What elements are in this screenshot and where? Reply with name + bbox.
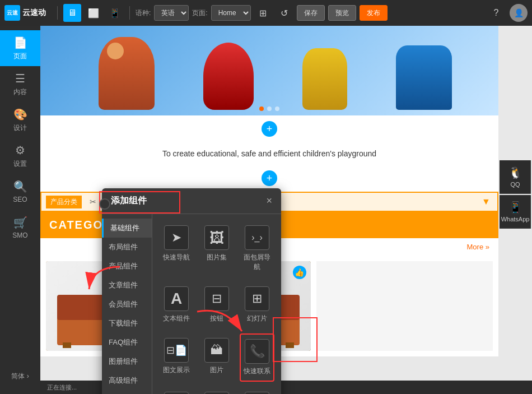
mobile-view-btn[interactable]: 📱: [106, 4, 124, 22]
product-placeholder: [316, 261, 493, 351]
panel-cat-layout[interactable]: 布局组件: [102, 238, 152, 257]
help-btn[interactable]: ?: [487, 4, 505, 22]
dot-1[interactable]: [259, 106, 264, 111]
image-icon: 🏔: [204, 338, 229, 363]
dot-3[interactable]: [275, 106, 279, 111]
panel-item-text[interactable]: A 文本组件: [159, 282, 194, 328]
quick-contact-label: 快速联系: [244, 367, 270, 376]
undo-btn[interactable]: ↺: [276, 4, 293, 22]
text-label: 文本组件: [163, 314, 190, 323]
sidebar-item-lang[interactable]: 简体 ›: [0, 358, 40, 394]
product-right: [316, 261, 493, 351]
qq-label: QQ: [510, 181, 520, 188]
panel-item-scroll-image[interactable]: 🏔 滚动图片: [240, 387, 274, 394]
grid-icon[interactable]: ⊞: [254, 4, 272, 22]
qq-icon: 🐧: [508, 166, 522, 179]
logo-icon: 云速: [4, 5, 20, 21]
qq-float-btn[interactable]: 🐧 QQ: [500, 160, 531, 194]
panel-item-breadcrumb[interactable]: ›_› 面包屑导航: [240, 221, 274, 276]
desktop-view-btn[interactable]: 🖥: [63, 4, 81, 22]
quick-nav-icon: ➤: [164, 225, 189, 250]
right-float-panel: 🐧 QQ 📱 WhatsApp: [498, 26, 532, 229]
panel-cat-advanced[interactable]: 高级组件: [102, 371, 152, 390]
panel-item-image[interactable]: 🏔 图片: [199, 333, 234, 382]
sidebar-item-design[interactable]: 🎨 设计: [0, 102, 40, 138]
slideshow-icon: ⊞: [245, 286, 269, 311]
save-button[interactable]: 保存: [297, 5, 325, 21]
sidebar-item-smo[interactable]: 🛒 SMO: [0, 210, 40, 245]
logo-text: 云速动: [22, 8, 46, 18]
button-label: 按钮: [210, 314, 223, 323]
scroll-image-icon: 🏔: [245, 392, 269, 394]
page-select[interactable]: Home: [211, 5, 251, 21]
panel-item-quick-contact[interactable]: 📞 快速联系: [240, 333, 274, 382]
avatar[interactable]: 👤: [510, 4, 528, 22]
toolbar-divider-1: [57, 6, 58, 20]
sidebar-item-content-label: 内容: [13, 87, 27, 97]
left-sidebar: 📄 页面 ☰ 内容 🎨 设计 ⚙ 设置 🔍 SEO 🛒 SMO 简体 ›: [0, 26, 40, 394]
panel-header: 添加组件 ×: [102, 188, 281, 214]
panel-item-image-set[interactable]: 🖼 图片集: [199, 221, 234, 276]
panel-item-image-text[interactable]: ⊟📄 图文展示: [159, 333, 194, 382]
sofa-leg-left: [63, 342, 71, 348]
sidebar-item-pages-label: 页面: [13, 52, 27, 61]
image-text-label: 图文展示: [163, 365, 190, 375]
panel-item-lang-bar[interactable]: 🌐 语言栏: [199, 387, 234, 394]
panel-cat-download[interactable]: 下载组件: [102, 314, 152, 333]
panel-cat-product[interactable]: 产品组件: [102, 257, 152, 276]
expand-btn[interactable]: ▼: [479, 195, 493, 208]
thumb-icon: 👍: [293, 266, 306, 279]
slideshow-label: 幻灯片: [247, 314, 267, 323]
banner: [40, 26, 498, 115]
panel-item-share[interactable]: ⋈ 分享: [159, 387, 194, 394]
lang-bar-icon: 🌐: [204, 392, 229, 394]
section-tag: 产品分类: [46, 196, 82, 208]
panel-item-grid: ➤ 快速导航 🖼 图片集 ›_› 面包屑导航 A: [152, 214, 281, 394]
sofa-leg-right: [286, 342, 294, 348]
panel-close-btn[interactable]: ×: [266, 195, 272, 207]
tablet-view-btn[interactable]: ⬜: [85, 4, 102, 22]
dot-2[interactable]: [267, 106, 272, 111]
panel-item-quick-nav[interactable]: ➤ 快速导航: [159, 221, 194, 276]
sidebar-item-settings[interactable]: ⚙ 设置: [0, 138, 40, 174]
sidebar-item-content[interactable]: ☰ 内容: [0, 66, 40, 102]
toy-3: [302, 48, 347, 110]
cut-icon[interactable]: ✂: [86, 195, 100, 208]
panel-cat-faq[interactable]: FAQ组件: [102, 333, 152, 352]
panel-cat-article[interactable]: 文章组件: [102, 276, 152, 295]
banner-tag-text: To create educational, safe and efficien…: [40, 142, 498, 165]
sidebar-item-smo-label: SMO: [12, 231, 27, 239]
add-component-btn-1[interactable]: +: [262, 121, 277, 137]
sidebar-item-pages[interactable]: 📄 页面: [0, 30, 40, 66]
banner-toys: [40, 26, 498, 115]
preview-button[interactable]: 预览: [328, 5, 356, 21]
toolbar-right: ? 👤: [487, 4, 528, 22]
quick-contact-icon: 📞: [245, 339, 269, 364]
panel-cat-basic[interactable]: 基础组件: [102, 219, 152, 238]
image-set-icon: 🖼: [204, 225, 229, 250]
sidebar-item-seo[interactable]: 🔍 SEO: [0, 174, 40, 210]
main-layout: 📄 页面 ☰ 内容 🎨 设计 ⚙ 设置 🔍 SEO 🛒 SMO 简体 ›: [0, 26, 532, 394]
panel-item-slideshow[interactable]: ⊞ 幻灯片: [240, 282, 274, 328]
whatsapp-icon: 📱: [508, 201, 522, 214]
sidebar-item-design-label: 设计: [13, 123, 27, 133]
lang-select[interactable]: 英语 中文: [154, 5, 189, 21]
more-button[interactable]: More »: [467, 243, 489, 251]
whatsapp-float-btn[interactable]: 📱 WhatsApp: [500, 195, 531, 229]
panel-body: 基础组件 布局组件 产品组件 文章组件 会员组件 下载组件 FAQ组件 图册组件…: [102, 214, 281, 394]
text-icon: A: [164, 286, 189, 311]
add-section-area-1: +: [40, 115, 498, 142]
add-component-btn-2[interactable]: +: [262, 170, 277, 186]
black-dot-marker: [99, 198, 110, 210]
toolbar-divider-2: [129, 6, 130, 20]
publish-button[interactable]: 发布: [360, 5, 388, 21]
panel-cat-album[interactable]: 图册组件: [102, 352, 152, 371]
pages-icon: 📄: [13, 36, 27, 49]
panel-item-button[interactable]: ⊟ 按钮: [199, 282, 234, 328]
breadcrumb-icon: ›_›: [245, 225, 269, 250]
design-icon: 🎨: [13, 108, 27, 121]
panel-cat-member[interactable]: 会员组件: [102, 295, 152, 314]
sidebar-item-lang-label: 简体 ›: [11, 372, 29, 381]
sidebar-item-settings-label: 设置: [13, 159, 27, 169]
content-icon: ☰: [15, 72, 25, 85]
